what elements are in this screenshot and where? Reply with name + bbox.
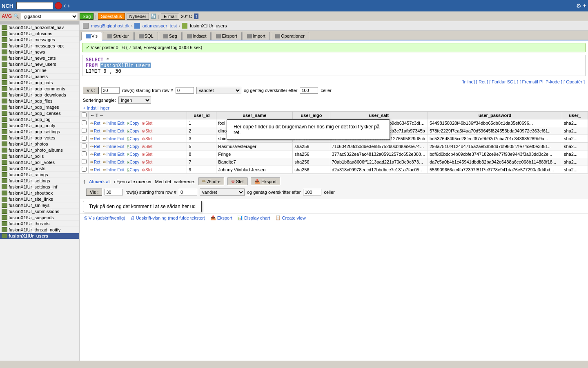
col-user-algo[interactable]: user_algo [293,112,330,119]
footer-udskrift-visning[interactable]: 🖨 Udskrift-visning (med fulde tekster) [130,215,205,220]
sidebar-item-29[interactable]: fusionX1IUr_smileys [0,202,79,209]
row-select-2[interactable] [82,136,87,141]
sidebar-item-9[interactable]: fusionX1IUr_pdp_cats [0,80,79,86]
aendre-button[interactable]: ✏ Ændre [198,177,224,185]
rows-input-top[interactable] [101,87,120,94]
sidebar-item-28[interactable]: fusionX1IUr_site_links [0,196,79,202]
sidebar-item-2[interactable]: fusionX1IUr_messages [0,37,79,43]
sidebar-item-5[interactable]: fusionX1IUr_news_cats [0,55,79,61]
sql-opdater-link[interactable]: [ Opdatér ] [564,79,585,84]
sidebar-item-19[interactable]: fusionX1IUr_photos [0,141,79,147]
row-select-5[interactable] [82,159,87,164]
sidebar-item-1[interactable]: fusionX1IUr_infusions [0,31,79,37]
row-select-4[interactable] [82,151,87,156]
avg-search-select[interactable]: gigahost [21,13,78,20]
copy-link-4[interactable]: ⎘ Copy [127,152,139,157]
sidebar-item-14[interactable]: fusionX1IUr_pdp_licenses [0,110,79,117]
footer-eksport[interactable]: 📤 Eksport [210,215,232,220]
sidebar-item-3[interactable]: fusionX1IUr_messages_opt [0,43,79,49]
copy-link-3[interactable]: ⎘ Copy [127,144,139,149]
direction-select-bottom[interactable]: vandret lodret [200,188,245,196]
sidebar-item-8[interactable]: fusionX1IUr_panels [0,74,79,80]
rows-input-bottom[interactable] [105,189,123,195]
avg-email-btn[interactable]: E-mail [161,13,179,20]
sidebar-item-18[interactable]: fusionX1IUr_pdp_votes [0,135,79,141]
tab-operationer[interactable]: Operationer [271,32,309,40]
sidebar-item-31[interactable]: fusionX1IUr_suspends [0,215,79,221]
sql-inline-link[interactable]: [Inline] [461,79,474,84]
slet-link-0[interactable]: ⊗ Slet [142,121,152,126]
sidebar-item-34[interactable]: fusionX1IUr_users [0,233,79,239]
footer-vis-udskrift[interactable]: 🖨 Vis (udskriftvenlig) [83,215,125,220]
breadcrumb-server[interactable]: mysql5.gigahost.dk [91,23,129,28]
inline-edit-link-3[interactable]: ✏ Inline Edit [103,144,125,149]
footer-display-chart[interactable]: 📊 Display chart [237,215,270,220]
select-all-checkbox[interactable] [82,112,87,117]
taskbar-plus[interactable]: + [583,2,586,9]
row-select-1[interactable] [82,128,87,133]
sidebar-item-32[interactable]: fusionX1IUr_threads [0,221,79,227]
sql-forklar-link[interactable]: [ Forklar SQL ] [489,79,518,84]
repeat-input-bottom[interactable] [303,189,321,195]
taskbar-back[interactable]: ‹ [64,2,66,9]
sidebar-item-17[interactable]: fusionX1IUr_pdp_settings [0,129,79,135]
ret-link-3[interactable]: ✏ Ret [90,144,100,149]
inline-edit-link-2[interactable]: ✏ Inline Edit [103,137,125,141]
sidebar-item-0[interactable]: fusionX1IUr_horizontal_nav [0,25,79,31]
row-select-3[interactable] [82,144,87,148]
footer-create-view[interactable]: 📋 Create view [275,215,306,220]
inline-edit-link-0[interactable]: ✏ Inline Edit [103,121,125,126]
avg-sidestatus-btn[interactable]: Sidestatus [98,13,125,20]
slet-link-1[interactable]: ⊗ Slet [142,129,152,133]
breadcrumb-database[interactable]: adamcasper_test [143,23,177,28]
tab-struktur[interactable]: Struktur [103,32,134,40]
ret-link-1[interactable]: ✏ Ret [90,129,100,133]
sidebar-item-16[interactable]: fusionX1IUr_pdp_notify [0,123,79,129]
sidebar-item-11[interactable]: fusionX1IUr_pdp_downloads [0,92,79,98]
inline-edit-link-5[interactable]: ✏ Inline Edit [103,160,125,164]
taskbar-input[interactable] [16,2,53,9]
inline-edit-link-4[interactable]: ✏ Inline Edit [103,152,125,157]
slet-link-2[interactable]: ⊗ Slet [142,137,152,141]
avg-nyheder-btn[interactable]: Nyheder [127,13,149,20]
tab-soeg[interactable]: Søg [159,32,182,40]
inline-edit-link-6[interactable]: ✏ Inline Edit [103,168,125,172]
tab-vis[interactable]: Vis [81,32,102,40]
ret-link-2[interactable]: ✏ Ret [90,137,100,141]
slet-link-5[interactable]: ⊗ Slet [142,160,152,164]
row-select-0[interactable] [82,120,87,125]
slet-button[interactable]: ⊗ Slet [227,177,247,185]
sidebar-item-33[interactable]: fusionX1IUr_thread_notify [0,227,79,233]
settings-link[interactable]: + Indstillinger [83,105,585,110]
ret-link-5[interactable]: ✏ Ret [90,160,100,164]
slet-link-6[interactable]: ⊗ Slet [142,168,152,172]
copy-link-5[interactable]: ⎘ Copy [127,160,139,164]
sidebar-item-15[interactable]: fusionX1IUr_pdp_log [0,117,79,123]
sidebar-item-25[interactable]: fusionX1IUr_settings [0,178,79,184]
copy-link-6[interactable]: ⎘ Copy [127,168,139,172]
sidebar-item-12[interactable]: fusionX1IUr_pdp_files [0,98,79,104]
sidebar-item-6[interactable]: fusionX1IUr_new_users [0,61,79,67]
sidebar-item-7[interactable]: fusionX1IUr_online [0,67,79,74]
direction-select-top[interactable]: vandret lodret [196,87,241,94]
repeat-input-top[interactable] [300,87,318,94]
avg-refresh-icon[interactable]: 🔄 [151,13,156,19]
sidebar-item-24[interactable]: fusionX1IUr_ratings [0,172,79,178]
from-input-bottom[interactable] [179,189,197,195]
col-user-id[interactable]: user_id [187,112,216,119]
tab-sql[interactable]: SQL [134,32,158,40]
sidebar-item-20[interactable]: fusionX1IUr_photo_albums [0,147,79,153]
row-select-6[interactable] [82,167,87,172]
sidebar-item-13[interactable]: fusionX1IUr_pdp_images [0,104,79,110]
col-user-salt[interactable]: user_salt [330,112,428,119]
ret-link-6[interactable]: ✏ Ret [90,168,100,172]
col-user-rest[interactable]: user_ [562,112,588,119]
sql-fremstil-link[interactable]: [ Fremstil PHP-kode ] [519,79,562,84]
taskbar-settings-icon[interactable]: ⚙ [576,2,581,9]
avg-facebook-icon[interactable]: f [194,13,199,19]
tab-import[interactable]: Import [243,32,270,40]
col-user-name[interactable]: user_name [216,112,293,119]
copy-link-2[interactable]: ⎘ Copy [127,137,139,141]
taskbar-forward[interactable]: › [68,2,70,9]
sidebar-item-30[interactable]: fusionX1IUr_submissions [0,209,79,215]
